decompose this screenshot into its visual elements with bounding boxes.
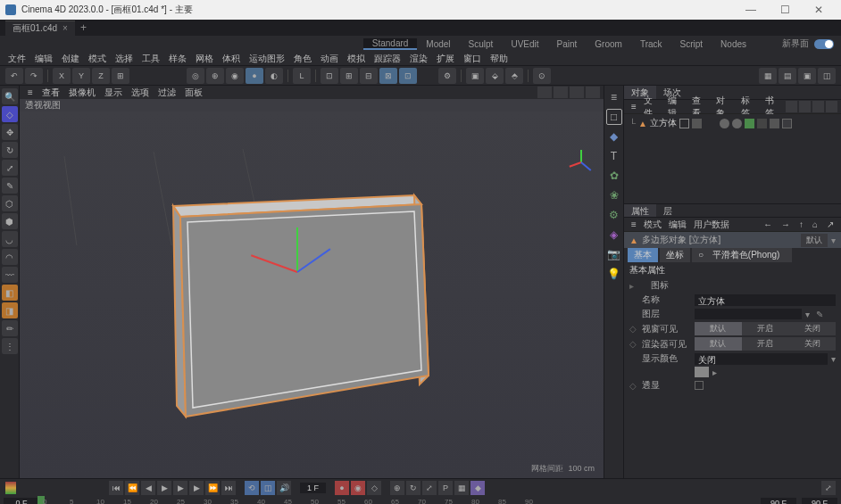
expand-icon[interactable]: ▸ bbox=[629, 281, 638, 291]
rotate-icon[interactable]: ↻ bbox=[2, 142, 18, 158]
menu-mode[interactable]: 模式 bbox=[84, 53, 111, 65]
menu-select[interactable]: 选择 bbox=[111, 53, 137, 65]
menu-mograph[interactable]: 运动图形 bbox=[245, 53, 289, 65]
tool-i-icon[interactable]: ⋮ bbox=[2, 338, 18, 354]
obj-search-icon[interactable] bbox=[786, 101, 797, 112]
cube-object[interactable] bbox=[20, 112, 591, 478]
range-button[interactable]: ◫ bbox=[261, 481, 275, 495]
layout-uvedit[interactable]: UVEdit bbox=[502, 39, 547, 49]
tool-h-icon[interactable]: ✏ bbox=[2, 320, 18, 336]
prev-key-button[interactable]: ⏪ bbox=[125, 481, 139, 495]
snap-4[interactable]: ⊠ bbox=[379, 68, 397, 84]
tool-f-icon[interactable]: ◧ bbox=[2, 285, 18, 301]
menu-spline[interactable]: 样条 bbox=[164, 53, 191, 65]
dispcolor-dropdown[interactable]: 关闭 bbox=[695, 353, 828, 365]
tool-b-icon[interactable]: ⬢ bbox=[2, 213, 18, 229]
axis-x-button[interactable]: X bbox=[53, 68, 71, 84]
axis-z-button[interactable]: Z bbox=[92, 68, 110, 84]
render-1[interactable]: ⚙ bbox=[438, 68, 456, 84]
render-3[interactable]: ⬙ bbox=[486, 68, 504, 84]
primitive-cube-icon[interactable]: □ bbox=[606, 109, 622, 125]
attr-home[interactable]: ⌂ bbox=[809, 219, 821, 229]
render-region-button[interactable]: ◫ bbox=[818, 68, 836, 84]
tool-a-icon[interactable]: ⬡ bbox=[2, 195, 18, 211]
menu-tracker[interactable]: 跟踪器 bbox=[370, 53, 405, 65]
name-input[interactable]: 立方体 bbox=[695, 294, 836, 306]
menu-extensions[interactable]: 扩展 bbox=[432, 53, 459, 65]
go-end-button[interactable]: ⏭ bbox=[221, 481, 236, 495]
obj-view-icon[interactable] bbox=[826, 101, 837, 112]
axis-lock-button[interactable]: ⊞ bbox=[112, 68, 129, 84]
menu-render[interactable]: 渲染 bbox=[405, 53, 432, 65]
obj-flag-1[interactable] bbox=[679, 119, 689, 128]
loop-button[interactable]: ⟲ bbox=[245, 481, 259, 495]
attr-userdata[interactable]: 用户数据 bbox=[690, 219, 733, 231]
color-swatch[interactable] bbox=[695, 367, 709, 377]
generator-1-icon[interactable]: ✿ bbox=[606, 168, 622, 184]
minimize-button[interactable]: — bbox=[734, 0, 768, 20]
render-4[interactable]: ⬘ bbox=[505, 68, 523, 84]
vp-view[interactable]: 查看 bbox=[37, 87, 64, 99]
brush-icon[interactable]: ✎ bbox=[2, 178, 18, 194]
field-icon[interactable]: ◈ bbox=[606, 227, 622, 243]
key-pla-button[interactable]: ▦ bbox=[454, 481, 469, 495]
maximize-button[interactable]: ☐ bbox=[768, 0, 802, 20]
layout-model[interactable]: Model bbox=[417, 39, 459, 49]
coord-button[interactable]: L bbox=[293, 68, 311, 84]
axis-indicator[interactable] bbox=[568, 143, 595, 169]
tool-c-icon[interactable]: ◡ bbox=[2, 231, 18, 247]
layer-edit-icon[interactable]: ✎ bbox=[816, 310, 823, 319]
text-icon[interactable]: T bbox=[606, 148, 622, 164]
light-icon[interactable]: 💡 bbox=[606, 266, 622, 282]
axis-y-button[interactable]: Y bbox=[72, 68, 90, 84]
layout-track[interactable]: Track bbox=[631, 39, 671, 49]
tool-5[interactable]: ◐ bbox=[265, 68, 283, 84]
play-back-button[interactable]: ▶ bbox=[157, 481, 171, 495]
menu-mesh[interactable]: 网格 bbox=[191, 53, 218, 65]
close-button[interactable]: ✕ bbox=[802, 0, 836, 20]
menu-file[interactable]: 文件 bbox=[4, 53, 30, 65]
y-axis[interactable] bbox=[296, 227, 298, 272]
attr-ext[interactable]: ↗ bbox=[823, 219, 837, 229]
tab-close-icon[interactable]: × bbox=[62, 23, 68, 33]
attr-menu-btn[interactable]: ≡ bbox=[628, 219, 640, 229]
primitive-solid-icon[interactable]: ◆ bbox=[606, 128, 622, 145]
layout-paint[interactable]: Paint bbox=[548, 39, 587, 49]
attr-edit[interactable]: 编辑 bbox=[665, 219, 690, 231]
obj-home-icon[interactable] bbox=[799, 101, 811, 112]
vp-nav-3[interactable] bbox=[570, 87, 584, 98]
key-param-button[interactable]: P bbox=[438, 481, 453, 495]
vis-render-dot[interactable] bbox=[732, 119, 742, 128]
vis-editor-dot[interactable] bbox=[720, 119, 729, 128]
tool-d-icon[interactable]: ◠ bbox=[2, 249, 18, 265]
tool-4[interactable]: ● bbox=[246, 68, 263, 84]
record-button[interactable]: ● bbox=[335, 481, 349, 495]
play-button[interactable]: ▶ bbox=[173, 481, 187, 495]
generator-3-icon[interactable]: ⚙ bbox=[606, 207, 622, 223]
obj-filter-icon[interactable] bbox=[812, 101, 824, 112]
timeline-expand-button[interactable]: ⤢ bbox=[821, 481, 836, 495]
obj-tag-1[interactable] bbox=[757, 119, 767, 128]
vp-panel[interactable]: 面板 bbox=[180, 87, 207, 99]
interface-toggle[interactable] bbox=[814, 39, 834, 49]
vp-camera[interactable]: 摄像机 bbox=[64, 87, 100, 99]
layout-sculpt[interactable]: Sculpt bbox=[460, 39, 503, 49]
attr-preset-dropdown[interactable]: 默认 bbox=[801, 234, 828, 247]
document-tab[interactable]: 画框01.c4d × bbox=[5, 21, 75, 36]
menu-edit[interactable]: 编辑 bbox=[30, 53, 57, 65]
attr-mode[interactable]: 模式 bbox=[640, 219, 665, 231]
live-select-icon[interactable]: ◇ bbox=[2, 106, 18, 122]
render-settings-button[interactable]: ▤ bbox=[779, 68, 796, 84]
picture-viewer-button[interactable]: ▦ bbox=[759, 68, 777, 84]
prev-frame-button[interactable]: ◀ bbox=[141, 481, 155, 495]
tab-add-button[interactable]: + bbox=[75, 21, 92, 34]
viewport-canvas[interactable]: 网格间距 100 cm bbox=[20, 112, 604, 478]
history-icon[interactable]: ≡ bbox=[606, 89, 622, 105]
menu-help[interactable]: 帮助 bbox=[486, 53, 512, 65]
camera-icon[interactable]: 📷 bbox=[606, 246, 622, 262]
tool-1[interactable]: ◎ bbox=[187, 68, 204, 84]
layout-script[interactable]: Script bbox=[671, 39, 712, 49]
current-frame[interactable]: 1 F bbox=[300, 483, 326, 493]
scale-icon[interactable]: ⤢ bbox=[2, 160, 18, 176]
obj-flag-2[interactable] bbox=[692, 119, 702, 128]
